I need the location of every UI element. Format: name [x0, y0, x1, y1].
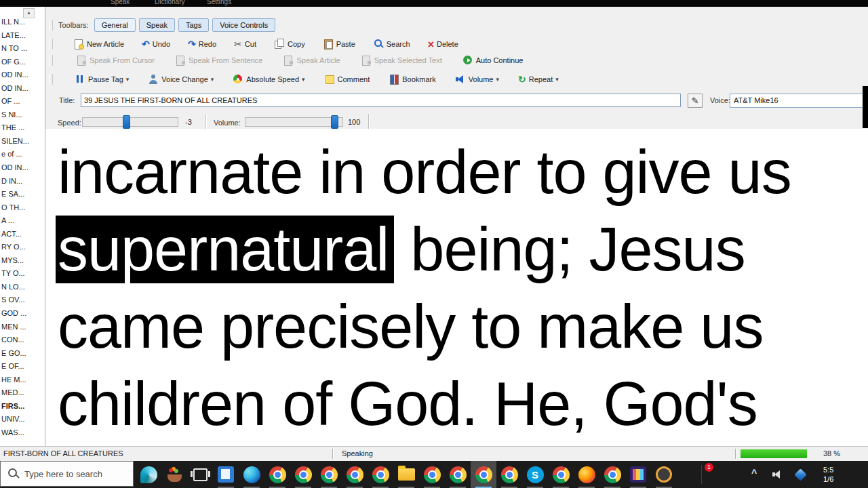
speak-from-cursor-button[interactable]: Speak From Cursor [73, 54, 157, 67]
taskbar-firefox-icon[interactable] [574, 461, 599, 488]
article-text-area[interactable]: incarnate in order to give us supernatur… [45, 129, 868, 446]
edit-toolbar: New Article ↶ Undo ↷ Redo ✂ Cut Copy Pas… [45, 37, 868, 52]
volume-slider-thumb[interactable] [331, 115, 338, 129]
list-item[interactable]: TY O... [0, 267, 45, 281]
title-input[interactable] [81, 94, 681, 107]
cut-button[interactable]: ✂ Cut [231, 38, 259, 50]
list-item[interactable]: e of ... [0, 148, 45, 161]
list-item[interactable]: OD IN... [0, 161, 45, 175]
repeat-button[interactable]: ↻ Repeat ▾ [515, 73, 561, 85]
list-item[interactable]: D IN... [0, 175, 45, 188]
list-item[interactable]: WAS... [0, 426, 45, 440]
speed-slider[interactable] [82, 117, 178, 127]
list-item[interactable]: S NI... [0, 108, 45, 122]
edit-title-button[interactable]: ✎ [688, 94, 703, 108]
redo-button[interactable]: ↷ Redo [185, 38, 219, 50]
delete-button[interactable]: × Delete [425, 39, 461, 50]
bookmark-button[interactable]: Bookmark [386, 73, 439, 86]
tab-voice-controls[interactable]: Voice Controls [212, 18, 275, 32]
tray-diamond-icon[interactable] [796, 470, 805, 482]
taskbar-chrome-icon[interactable] [496, 461, 522, 488]
taskbar-media-player-icon[interactable] [651, 461, 677, 488]
list-item[interactable]: OF G... [0, 56, 45, 69]
list-item[interactable]: HE M... [0, 373, 45, 387]
firefox-icon [578, 466, 595, 483]
taskbar-calculator-icon[interactable] [213, 461, 239, 488]
list-item[interactable]: MYS... [0, 254, 45, 268]
comment-icon [324, 74, 335, 85]
list-item[interactable]: N TO ... [0, 42, 45, 56]
show-hidden-icons-chevron-icon[interactable]: ^ [751, 468, 757, 479]
list-item[interactable]: E GO... [0, 347, 45, 361]
taskbar-chrome-icon[interactable] [342, 461, 368, 488]
tab-speak[interactable]: Speak [139, 18, 175, 32]
taskbar-chrome-icon[interactable] [316, 461, 342, 488]
list-item[interactable]: RY O... [0, 241, 45, 254]
list-item[interactable]: SILEN... [0, 135, 45, 148]
pause-tag-icon [75, 74, 85, 85]
speak-selected-text-button[interactable]: Speak Selected Text [358, 54, 445, 67]
taskbar-clock[interactable]: 5:5 1/6 [823, 465, 868, 484]
article-list-panel: ▴ ILL N... LATE... N TO ... OF G... OD I… [0, 7, 45, 446]
list-item[interactable]: MEN ... [0, 321, 45, 334]
paste-button[interactable]: Paste [320, 37, 358, 51]
taskbar-chrome-icon[interactable] [419, 461, 445, 488]
voice-change-button[interactable]: Voice Change ▾ [145, 73, 216, 86]
absolute-speed-button[interactable]: Absolute Speed ▾ [230, 73, 307, 86]
undo-button[interactable]: ↶ Undo [139, 38, 173, 50]
speak-article-button[interactable]: Speak Article [280, 54, 342, 67]
list-item-selected[interactable]: FIRS... [0, 400, 45, 413]
list-item[interactable]: THE ... [0, 121, 45, 135]
list-item[interactable]: GOD ... [0, 307, 45, 321]
list-item[interactable]: O TH... [0, 201, 45, 215]
list-item[interactable]: N LO... [0, 281, 45, 294]
taskbar-chrome-icon[interactable] [264, 461, 290, 488]
search-button[interactable]: Search [370, 37, 413, 51]
taskbar-search-input[interactable]: Type here to search [0, 461, 134, 487]
menu-item-dictionary[interactable]: Dictionary [155, 0, 184, 6]
taskbar-chrome-icon[interactable] [599, 461, 625, 488]
list-item[interactable]: E OF... [0, 360, 45, 373]
list-item[interactable]: LATE... [0, 29, 45, 43]
volume-slider[interactable] [245, 117, 343, 127]
pause-tag-button[interactable]: Pause Tag ▾ [72, 73, 132, 86]
voice-select[interactable]: AT&T Mike16 [730, 94, 868, 108]
list-item[interactable]: OD IN... [0, 68, 45, 82]
taskbar-task-view-icon[interactable] [187, 461, 213, 488]
new-article-button[interactable]: New Article [71, 37, 127, 51]
taskbar-paint-swirl-icon[interactable] [136, 461, 161, 488]
speed-slider-thumb[interactable] [123, 115, 130, 129]
menu-item-speak[interactable]: Speak [111, 0, 130, 6]
taskbar-skype-icon[interactable]: S [522, 461, 548, 488]
menu-item-settings[interactable]: Settings [207, 0, 231, 6]
text-line: came precisely to make us [58, 289, 763, 365]
volume-value: 100 [348, 118, 360, 126]
taskbar-edge-icon[interactable] [239, 461, 264, 488]
taskbar-fruit-basket-icon[interactable] [161, 461, 187, 488]
taskbar-chrome-icon[interactable] [368, 461, 393, 488]
list-item[interactable]: UNIV... [0, 413, 45, 426]
taskbar-chrome-active-icon[interactable] [471, 461, 496, 488]
list-item[interactable]: OF ... [0, 95, 45, 108]
taskbar-chrome-icon[interactable] [445, 461, 471, 488]
list-item[interactable]: ACT... [0, 228, 45, 241]
taskbar-film-reel-icon[interactable] [625, 461, 651, 488]
comment-button[interactable]: Comment [321, 73, 373, 86]
list-item[interactable]: ILL N... [0, 16, 45, 29]
taskbar-chrome-icon[interactable] [290, 461, 316, 488]
auto-continue-button[interactable]: Auto Continue [460, 54, 526, 67]
volume-button[interactable]: Volume ▾ [452, 73, 502, 86]
list-item[interactable]: CON... [0, 333, 45, 347]
list-item[interactable]: A ... [0, 214, 45, 228]
list-item[interactable]: S OV... [0, 293, 45, 307]
list-item[interactable]: MED... [0, 386, 45, 400]
list-item[interactable]: OD IN... [0, 82, 45, 96]
taskbar-chrome-icon[interactable] [548, 461, 574, 488]
tab-tags[interactable]: Tags [178, 18, 209, 32]
list-item[interactable]: E SA... [0, 188, 45, 201]
speak-from-sentence-button[interactable]: Speak From Sentence [172, 54, 265, 67]
scroll-up-icon[interactable]: ▴ [23, 8, 35, 18]
tab-general[interactable]: General [94, 18, 136, 32]
taskbar-folder-icon[interactable] [393, 461, 419, 488]
copy-button[interactable]: Copy [271, 37, 308, 51]
